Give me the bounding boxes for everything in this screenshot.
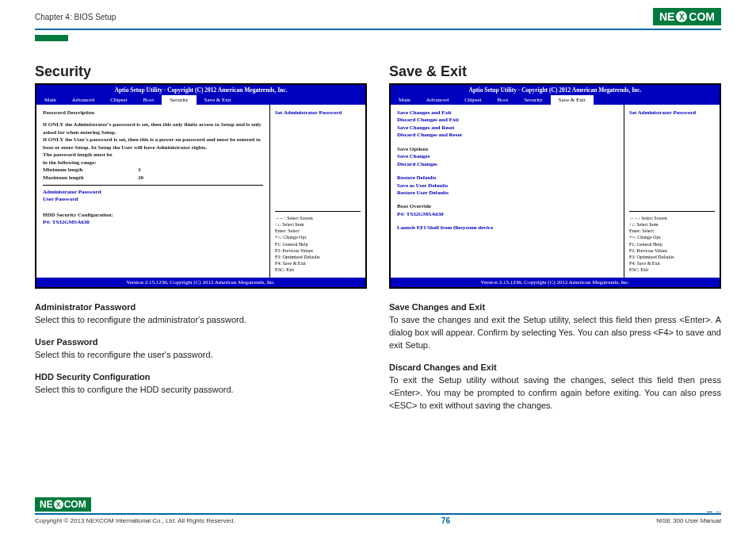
boot-device-item[interactable]: P4: TS32GMSA630	[397, 211, 617, 218]
desc-right: Save Changes and ExitTo save the changes…	[389, 301, 721, 412]
bios-menu-item[interactable]: Save as User Defaults	[397, 182, 617, 190]
desc-body: To save the changes and exit the Setup u…	[389, 314, 721, 352]
bios-tab[interactable]: Advanced	[418, 95, 456, 105]
desc-body: Select this to reconfigure the user's pa…	[35, 349, 367, 362]
bios-title: Aptio Setup Utility - Copyright (C) 2012…	[391, 85, 720, 95]
bios-saveexit-box: Aptio Setup Utility - Copyright (C) 2012…	[389, 83, 721, 289]
bios-tabs: MainAdvancedChipsetBootSecuritySave & Ex…	[36, 95, 365, 105]
save-options-head: Save Options	[397, 146, 617, 153]
chapter-label: Chapter 4: BIOS Setup	[35, 13, 116, 21]
logo-x-icon: X	[676, 11, 687, 22]
bios-tab[interactable]: Boot	[490, 95, 517, 105]
bios-tab[interactable]: Boot	[136, 95, 162, 105]
bios-right-panel: Set Administrator Password →←: Select Sc…	[624, 105, 720, 278]
page-number: 76	[441, 516, 450, 525]
bios-menu-item[interactable]: Discard Changes	[397, 161, 617, 168]
hdd-device-item[interactable]: P4: TS32GMSA630	[43, 219, 263, 226]
bios-tab[interactable]: Advanced	[64, 95, 102, 105]
key-legend: →←: Select Screen↑↓: Select ItemEnter: S…	[275, 211, 361, 273]
bios-tab[interactable]: Security	[162, 95, 196, 105]
bios-tab[interactable]: Security	[516, 95, 550, 105]
bios-security-box: Aptio Setup Utility - Copyright (C) 2012…	[35, 83, 367, 289]
bios-footer: Version 2.15.1236. Copyright (C) 2012 Am…	[391, 278, 720, 287]
bios-tab[interactable]: Main	[391, 95, 418, 105]
help-text: Set Administrator Password	[275, 109, 361, 116]
bios-tab[interactable]: Save & Exit	[197, 95, 239, 105]
bios-left-panel: Password Description If ONLY the Adminis…	[36, 105, 270, 278]
desc-body: Select this to reconfigure the administr…	[35, 314, 367, 327]
bios-menu-item[interactable]: Save Changes and Exit	[397, 109, 617, 117]
logo: NE X COM	[653, 8, 721, 25]
bios-footer: Version 2.15.1236. Copyright (C) 2012 Am…	[36, 278, 365, 287]
help-text: Set Administrator Password	[629, 109, 715, 116]
bios-tab[interactable]: Chipset	[102, 95, 135, 105]
logo-x-icon: X	[54, 500, 63, 509]
bios-menu-item[interactable]: Discard Changes and Reset	[397, 132, 617, 139]
page-footer: NEXCOM Copyright © 2013 NEXCOM Internati…	[35, 497, 721, 525]
bios-menu-item[interactable]: Restore Defaults	[397, 174, 617, 182]
desc-title: HDD Security Configuration	[35, 371, 367, 384]
bios-menu-item[interactable]: Save Changes	[397, 153, 617, 160]
top-bar: Chapter 4: BIOS Setup NE X COM	[35, 8, 721, 30]
bios-tab[interactable]: Save & Exit	[551, 95, 594, 105]
bios-tab[interactable]: Chipset	[456, 95, 489, 105]
desc-title: Administrator Password	[35, 301, 367, 314]
left-column: Security Aptio Setup Utility - Copyright…	[35, 63, 367, 422]
bios-tabs: MainAdvancedChipsetBootSecuritySave & Ex…	[391, 95, 720, 105]
hdd-head: HDD Security Configuration:	[43, 212, 263, 219]
right-column: Save & Exit Aptio Setup Utility - Copyri…	[389, 63, 721, 422]
bios-right-panel: Set Administrator Password →←: Select Sc…	[270, 105, 365, 278]
heading-security: Security	[35, 63, 367, 80]
pwd-desc-head: Password Description	[43, 109, 263, 117]
desc-body: Select this to configure the HDD securit…	[35, 384, 367, 397]
bios-menu-item[interactable]: Restore User Defaults	[397, 190, 617, 197]
admin-password-item[interactable]: Administrator Password	[43, 189, 263, 196]
manual-name: NISE 300 User Manual	[656, 517, 721, 524]
desc-title: Save Changes and Exit	[389, 301, 721, 314]
launch-efi-item[interactable]: Launch EFI Shell from filesystem device	[397, 224, 617, 232]
bios-title: Aptio Setup Utility - Copyright (C) 2012…	[36, 85, 365, 95]
len-head: The password length must be in the follo…	[43, 151, 263, 167]
boot-override-head: Boot Override	[397, 203, 617, 210]
user-password-item[interactable]: User Password	[43, 196, 263, 203]
desc-title: Discard Changes and Exit	[389, 362, 721, 374]
bios-menu-item[interactable]: Discard Changes and Exit	[397, 117, 617, 124]
accent-tab	[35, 35, 68, 41]
footer-logo: NEXCOM	[35, 497, 721, 512]
desc-body: To exit the Setup utility without saving…	[389, 374, 721, 412]
key-legend: →←: Select Screen↑↓: Select ItemEnter: S…	[629, 211, 715, 273]
bios-left-panel: Save Changes and ExitDiscard Changes and…	[391, 105, 624, 278]
desc-left: Administrator PasswordSelect this to rec…	[35, 301, 367, 397]
copyright: Copyright © 2013 NEXCOM International Co…	[35, 517, 235, 524]
bios-tab[interactable]: Main	[36, 95, 64, 105]
bios-menu-item[interactable]: Save Changes and Reset	[397, 125, 617, 132]
heading-save-exit: Save & Exit	[389, 63, 721, 80]
pwd-desc-body: If ONLY the Administrator's password is …	[43, 121, 263, 151]
desc-title: User Password	[35, 336, 367, 349]
